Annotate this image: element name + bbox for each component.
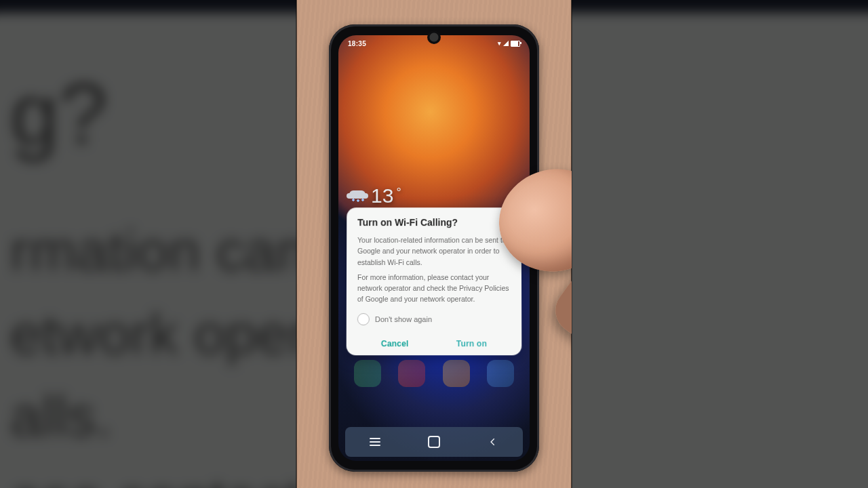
turn-on-button[interactable]: Turn on xyxy=(456,339,487,348)
rain-cloud-icon xyxy=(348,189,368,203)
dont-show-again-label: Don't show again xyxy=(375,315,432,323)
weather-degree-symbol: ° xyxy=(396,186,401,200)
signal-icon xyxy=(503,41,509,46)
recents-icon xyxy=(370,438,380,446)
home-icon xyxy=(428,436,440,448)
battery-icon xyxy=(511,41,520,47)
launcher-row-ghost xyxy=(345,357,523,390)
wifi-calling-dialog: Turn on Wi-Fi Calling? Your location-rel… xyxy=(347,207,522,355)
phone-body: 18:35 ▾ 13 ° Turn on Wi-Fi Call xyxy=(329,24,539,472)
dont-show-again-option[interactable]: Don't show again xyxy=(357,313,511,325)
dialog-paragraph-2: For more information, please contact you… xyxy=(357,272,511,305)
dialog-title: Turn on Wi-Fi Calling? xyxy=(357,217,511,228)
nav-back-button[interactable] xyxy=(485,434,501,450)
dialog-paragraph-1: Your location-related information can be… xyxy=(357,235,511,268)
cancel-button[interactable]: Cancel xyxy=(381,339,409,348)
nav-home-button[interactable] xyxy=(426,434,442,450)
back-icon xyxy=(488,437,498,447)
photo-center-strip: 18:35 ▾ 13 ° Turn on Wi-Fi Call xyxy=(296,0,572,488)
phone-screen: 18:35 ▾ 13 ° Turn on Wi-Fi Call xyxy=(338,35,530,461)
nav-recents-button[interactable] xyxy=(367,434,383,450)
dialog-actions: Cancel Turn on xyxy=(357,335,511,348)
navigation-bar xyxy=(345,427,523,457)
status-time: 18:35 xyxy=(348,40,366,47)
status-right-cluster: ▾ xyxy=(498,40,520,47)
weather-temperature: 13 xyxy=(371,184,393,207)
wifi-icon: ▾ xyxy=(498,40,501,47)
checkbox-icon[interactable] xyxy=(357,313,370,325)
dialog-body: Your location-related information can be… xyxy=(357,235,511,305)
weather-widget[interactable]: 13 ° xyxy=(348,184,401,207)
status-bar: 18:35 ▾ xyxy=(338,37,530,49)
